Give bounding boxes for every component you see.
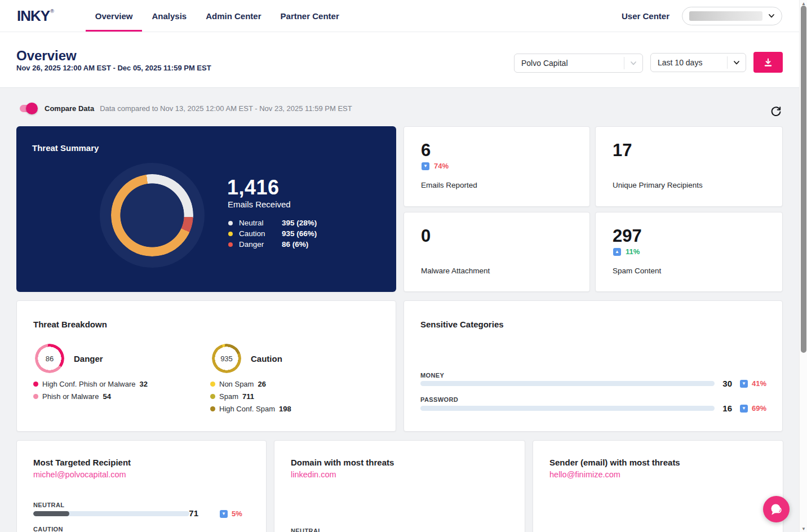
- tab-overview[interactable]: Overview: [86, 0, 143, 32]
- neutral-delta: ▼ 5%: [220, 509, 242, 518]
- neutral-label: NEUTRAL: [291, 527, 322, 532]
- legend-item: High Conf. Spam 198: [210, 402, 291, 415]
- select-divider: [624, 57, 642, 69]
- sender-link[interactable]: hello@finimize.com: [549, 470, 620, 479]
- threat-breakdown-card: Threat Breakdown 86 Danger High Conf. Ph…: [16, 300, 396, 432]
- non-spam-dot: [210, 382, 215, 387]
- danger-legend: High Conf. Phish or Malware 32 Phish or …: [33, 378, 148, 402]
- page-header: Overview Nov 26, 2025 12:00 AM EST - Dec…: [0, 32, 799, 88]
- tab-admin-center[interactable]: Admin Center: [196, 0, 271, 32]
- tab-partner-center[interactable]: Partner Center: [271, 0, 349, 32]
- card-title: Domain with most threats: [291, 458, 394, 467]
- dashboard-content: Compare Data Data compared to Nov 13, 20…: [0, 88, 799, 532]
- account-dropdown[interactable]: [682, 7, 782, 25]
- download-icon: [763, 57, 773, 68]
- download-button[interactable]: [753, 52, 783, 73]
- neutral-bar: [33, 511, 189, 516]
- stat-label: Malware Attachment: [421, 267, 490, 275]
- organization-select[interactable]: Polvo Capital: [514, 54, 643, 73]
- user-center-link[interactable]: User Center: [622, 11, 669, 21]
- money-bar: [420, 381, 715, 386]
- money-value: 30: [715, 379, 732, 388]
- scrollbar-thumb[interactable]: [801, 6, 806, 353]
- caution-legend: Non Spam 26 Spam 711 High Conf. Spam 198: [210, 378, 291, 415]
- password-label: PASSWORD: [420, 396, 458, 403]
- stat-label: Emails Reported: [421, 181, 477, 189]
- compare-toggle[interactable]: [20, 105, 37, 112]
- chat-icon: [769, 502, 784, 517]
- legend-row-neutral: Neutral 395 (28%): [228, 218, 317, 228]
- delta-indicator: ▲ 11%: [613, 247, 640, 256]
- chevron-down-icon: [768, 12, 775, 19]
- date-range: Nov 26, 2025 12:00 AM EST - Dec 05, 2025…: [16, 64, 211, 72]
- stat-card-malware-attachment: 0 Malware Attachment: [404, 212, 590, 292]
- caution-label: CAUTION: [33, 526, 63, 532]
- neutral-label: NEUTRAL: [33, 502, 64, 508]
- danger-total: 86: [35, 354, 64, 363]
- account-name-redacted: [689, 11, 762, 21]
- page-title: Overview: [16, 48, 77, 64]
- toggle-knob: [26, 103, 38, 114]
- caution-group-name: Caution: [251, 354, 282, 363]
- stat-card-unique-recipients: 17 Unique Primary Recipients: [595, 126, 783, 207]
- compare-label: Compare Data: [45, 104, 94, 113]
- stat-card-spam-content: 297 ▲ 11% Spam Content: [595, 212, 783, 292]
- password-value: 16: [715, 404, 732, 413]
- legend-item: Spam 711: [210, 390, 291, 402]
- caution-dot: [228, 232, 233, 236]
- chevron-down-icon: [733, 59, 740, 66]
- money-label: MONEY: [420, 372, 444, 379]
- compare-row: Compare Data Data compared to Nov 13, 20…: [20, 104, 352, 113]
- spam-dot: [210, 394, 215, 399]
- phish-or-malware-dot: [33, 394, 38, 399]
- threat-breakdown-title: Threat Breakdown: [33, 320, 107, 329]
- password-delta: ▼ 69%: [740, 404, 766, 413]
- password-bar: [420, 406, 715, 411]
- nav-right: User Center: [622, 0, 782, 32]
- high-conf-phish-dot: [33, 382, 38, 387]
- neutral-dot: [228, 221, 233, 225]
- threat-summary-card: Threat Summary 1,416 Emails Received Neu…: [16, 126, 396, 292]
- delta-indicator: ▼ 74%: [422, 162, 449, 170]
- caution-total: 935: [212, 354, 241, 363]
- delta-percent: 74%: [434, 162, 449, 170]
- stat-value: 0: [421, 226, 431, 246]
- sensitive-categories-card: Sensitive Categories MONEY 30 ▼ 41% PASS…: [404, 300, 783, 432]
- stat-label: Unique Primary Recipients: [613, 181, 703, 189]
- legend-row-danger: Danger 86 (6%): [228, 239, 317, 250]
- money-delta: ▼ 41%: [740, 379, 766, 388]
- compare-description: Data compared to Nov 13, 2025 12:00 AM E…: [100, 104, 352, 113]
- emails-received-label: Emails Received: [228, 200, 291, 209]
- chat-button[interactable]: [763, 496, 790, 522]
- inky-logo[interactable]: INKY®: [17, 0, 54, 32]
- tab-analysis[interactable]: Analysis: [142, 0, 196, 32]
- refresh-icon[interactable]: [770, 105, 782, 118]
- card-title: Sender (email) with most threats: [549, 458, 680, 467]
- stat-value: 6: [421, 140, 431, 161]
- domain-most-threats-card: Domain with most threats linkedin.com NE…: [274, 440, 525, 532]
- neutral-value: 71: [181, 508, 198, 518]
- scrollbar[interactable]: ▲ ▼: [799, 0, 807, 532]
- threat-donut-chart[interactable]: [111, 174, 193, 256]
- period-select[interactable]: Last 10 days: [650, 53, 746, 72]
- registered-mark: ®: [50, 8, 54, 14]
- neutral-bar-fill: [33, 511, 69, 516]
- most-targeted-recipient-card: Most Targeted Recipient michel@polvocapi…: [16, 440, 267, 532]
- recipient-link[interactable]: michel@polvocapital.com: [33, 470, 126, 479]
- delta-percent: 11%: [626, 247, 640, 256]
- legend-item: High Conf. Phish or Malware 32: [33, 378, 148, 390]
- emails-received-total: 1,416: [227, 176, 280, 200]
- trend-down-icon: ▼: [422, 162, 429, 170]
- domain-link[interactable]: linkedin.com: [291, 470, 336, 479]
- trend-up-icon: ▲: [613, 248, 621, 256]
- logo-text: INKY: [17, 7, 50, 25]
- legend-item: Non Spam 26: [210, 378, 291, 390]
- threat-summary-legend: Neutral 395 (28%) Caution 935 (66%) Dang…: [228, 218, 317, 250]
- trend-down-icon: ▼: [220, 510, 228, 518]
- legend-item: Phish or Malware 54: [33, 390, 148, 402]
- chevron-down-icon: [630, 60, 637, 66]
- legend-row-caution: Caution 935 (66%): [228, 228, 317, 239]
- scroll-down-icon[interactable]: ▼: [800, 525, 807, 532]
- select-divider: [727, 56, 746, 69]
- danger-dot: [228, 242, 233, 247]
